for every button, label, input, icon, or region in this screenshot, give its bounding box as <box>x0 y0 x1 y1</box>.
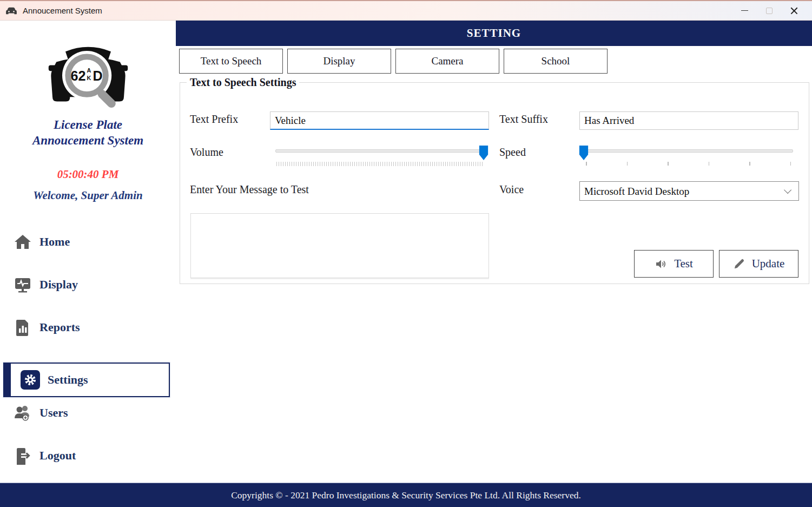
license-plate-logo: 62 A K D <box>42 41 134 113</box>
reports-icon <box>14 318 32 337</box>
sidebar-item-label: Display <box>39 278 78 292</box>
brand-title: License Plate Annoucement System <box>0 117 176 148</box>
update-button[interactable]: Update <box>719 250 798 278</box>
sidebar-item-users[interactable]: Users <box>14 404 68 422</box>
message-textarea[interactable] <box>190 213 489 278</box>
speed-slider[interactable] <box>584 145 793 161</box>
close-button[interactable] <box>782 1 807 20</box>
title-bar: Annoucement System <box>0 0 812 21</box>
sidebar-item-display[interactable]: Display <box>14 275 78 294</box>
sidebar-item-reports[interactable]: Reports <box>14 318 80 337</box>
volume-slider-ticks <box>276 162 483 166</box>
speed-slider-ticks <box>586 162 791 166</box>
sidebar-item-label: Logout <box>39 449 76 463</box>
voice-label: Voice <box>499 183 524 196</box>
minimize-button[interactable] <box>732 1 757 20</box>
voice-select[interactable]: Microsoft David Desktop <box>579 181 799 201</box>
test-button-label: Test <box>674 257 693 271</box>
maximize-icon <box>766 8 773 14</box>
sidebar: 62 A K D License Plate Annoucement Syste… <box>0 21 176 483</box>
logout-icon <box>14 446 32 465</box>
settings-icon <box>21 370 40 390</box>
tab-school[interactable]: School <box>504 49 608 74</box>
text-prefix-input[interactable] <box>270 111 489 130</box>
page-title: SETTING <box>467 27 521 40</box>
pencil-icon <box>733 258 745 270</box>
tab-camera[interactable]: Camera <box>395 49 499 74</box>
sidebar-item-logout[interactable]: Logout <box>14 446 76 465</box>
home-icon <box>14 233 32 251</box>
volume-slider-track <box>275 149 484 153</box>
sidebar-item-home[interactable]: Home <box>14 233 70 251</box>
plate-text-right: D <box>93 68 102 83</box>
sidebar-item-label: Home <box>39 235 70 249</box>
settings-tabs: Text to Speech Display Camera School <box>179 49 608 74</box>
window-controls <box>732 1 807 20</box>
plate-text-small-top: A <box>87 67 91 74</box>
text-prefix-label: Text Prefix <box>190 113 238 126</box>
sidebar-item-settings[interactable]: Settings <box>3 363 170 397</box>
text-suffix-label: Text Suffix <box>499 113 548 126</box>
text-suffix-input[interactable] <box>579 111 798 130</box>
volume-label: Volume <box>190 146 223 159</box>
window-title: Annoucement System <box>23 6 102 15</box>
speaker-icon <box>655 258 668 271</box>
minimize-icon <box>741 10 748 11</box>
message-label: Enter Your Message to Test <box>190 183 309 196</box>
sidebar-item-label: Users <box>39 406 68 420</box>
test-button[interactable]: Test <box>634 250 714 278</box>
tts-settings-group: Text to Speech Settings Text Prefix Text… <box>180 82 809 284</box>
plate-text-left: 62 <box>70 68 85 83</box>
close-icon <box>790 7 798 15</box>
welcome-text: Welcome, Super Admin <box>0 189 176 202</box>
tab-text-to-speech[interactable]: Text to Speech <box>179 49 283 74</box>
speed-slider-thumb[interactable] <box>579 146 589 160</box>
volume-slider-thumb[interactable] <box>479 146 488 160</box>
clock: 05:00:40 PM <box>0 168 176 181</box>
app-window: Annoucement System 62 A K D License Plat… <box>0 0 812 507</box>
sidebar-item-label: Settings <box>48 373 88 387</box>
page-header: SETTING <box>176 21 812 46</box>
sidebar-item-label: Reports <box>39 320 80 334</box>
brand-line2: Annoucement System <box>0 133 176 148</box>
group-title: Text to Speech Settings <box>187 76 299 89</box>
tab-display[interactable]: Display <box>287 49 391 74</box>
users-icon <box>14 404 32 422</box>
footer: Copyrights © - 2021 Pedro Investigations… <box>0 483 812 507</box>
update-button-label: Update <box>752 257 785 271</box>
app-car-icon <box>5 6 17 16</box>
copyright-text: Copyrights © - 2021 Pedro Investigations… <box>231 490 581 501</box>
maximize-button[interactable] <box>757 1 782 20</box>
display-icon <box>14 275 32 294</box>
plate-text-small-bottom: K <box>87 75 91 81</box>
speed-slider-track <box>584 149 793 153</box>
brand-line1: License Plate <box>0 117 176 133</box>
speed-label: Speed <box>499 146 526 159</box>
volume-slider[interactable] <box>275 145 484 161</box>
